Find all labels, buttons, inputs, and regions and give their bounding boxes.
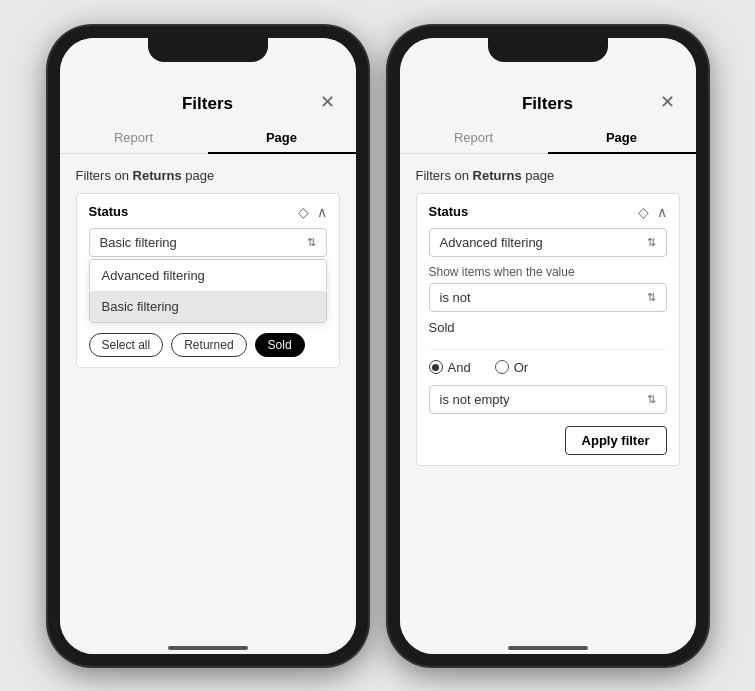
condition2-value: is not empty	[440, 392, 510, 407]
phone-right: Filters ✕ Report Page Filters on Returns…	[388, 26, 708, 666]
phones-container: Filters ✕ Report Page Filters on Returns…	[48, 26, 708, 666]
dropdown-item-advanced[interactable]: Advanced filtering	[90, 260, 326, 291]
select-box-right[interactable]: Advanced filtering ⇅	[429, 228, 667, 257]
radio-or-label: Or	[514, 360, 528, 375]
chip-select-all[interactable]: Select all	[89, 333, 164, 357]
condition1-arrow: ⇅	[647, 291, 656, 304]
filter-card-icons-right: ◇ ∧	[638, 204, 667, 220]
show-items-label: Show items when the value	[429, 265, 667, 279]
chevron-up-icon-right[interactable]: ∧	[657, 204, 667, 220]
filter-description-left: Filters on Returns page	[76, 168, 340, 183]
phone-left-screen: Filters ✕ Report Page Filters on Returns…	[60, 38, 356, 654]
modal-body-left: Filters on Returns page Status ◇ ∧ Basic…	[60, 154, 356, 654]
tabs-right: Report Page	[400, 122, 696, 154]
select-value-right: Advanced filtering	[440, 235, 543, 250]
divider-right	[429, 349, 667, 350]
eraser-icon-right[interactable]: ◇	[638, 204, 649, 220]
filter-card-title-right: Status	[429, 204, 469, 219]
chevron-up-icon-left[interactable]: ∧	[317, 204, 327, 220]
filter-card-icons-left: ◇ ∧	[298, 204, 327, 220]
radio-and[interactable]: And	[429, 360, 471, 375]
filter-card-left: Status ◇ ∧ Basic filtering ⇅ Advanced fi…	[76, 193, 340, 368]
chip-sold[interactable]: Sold	[255, 333, 305, 357]
condition1-value: is not	[440, 290, 471, 305]
modal-header-left: Filters ✕	[60, 82, 356, 122]
modal-header-right: Filters ✕	[400, 82, 696, 122]
phone-left: Filters ✕ Report Page Filters on Returns…	[48, 26, 368, 666]
chip-group-left: Select all Returned Sold	[89, 333, 327, 357]
filter-card-right: Status ◇ ∧ Advanced filtering ⇅ Show ite…	[416, 193, 680, 466]
phone-right-screen: Filters ✕ Report Page Filters on Returns…	[400, 38, 696, 654]
filter-card-header-left: Status ◇ ∧	[89, 204, 327, 220]
status-bar-right	[400, 38, 696, 82]
select-value-left: Basic filtering	[100, 235, 177, 250]
condition2-select[interactable]: is not empty ⇅	[429, 385, 667, 414]
dropdown-menu-left: Advanced filtering Basic filtering	[89, 259, 327, 323]
tabs-left: Report Page	[60, 122, 356, 154]
filter-description-right: Filters on Returns page	[416, 168, 680, 183]
eraser-icon-left[interactable]: ◇	[298, 204, 309, 220]
filter-card-title-left: Status	[89, 204, 129, 219]
radio-group-right: And Or	[429, 360, 667, 375]
tab-page-right[interactable]: Page	[548, 122, 696, 153]
radio-or-circle	[495, 360, 509, 374]
tab-report-left[interactable]: Report	[60, 122, 208, 153]
select-arrow-right: ⇅	[647, 236, 656, 249]
modal-title-right: Filters	[522, 94, 573, 114]
modal-title-left: Filters	[182, 94, 233, 114]
filter-value-text: Sold	[429, 316, 667, 339]
tab-page-left[interactable]: Page	[208, 122, 356, 153]
radio-or[interactable]: Or	[495, 360, 528, 375]
radio-and-label: And	[448, 360, 471, 375]
apply-filter-button[interactable]: Apply filter	[565, 426, 667, 455]
chip-returned[interactable]: Returned	[171, 333, 246, 357]
close-button-left[interactable]: ✕	[316, 90, 340, 114]
condition1-select[interactable]: is not ⇅	[429, 283, 667, 312]
select-arrow-left: ⇅	[307, 236, 316, 249]
status-bar-left	[60, 38, 356, 82]
radio-and-circle	[429, 360, 443, 374]
dropdown-item-basic[interactable]: Basic filtering	[90, 291, 326, 322]
select-box-left[interactable]: Basic filtering ⇅	[89, 228, 327, 257]
modal-body-right: Filters on Returns page Status ◇ ∧ Advan…	[400, 154, 696, 654]
tab-report-right[interactable]: Report	[400, 122, 548, 153]
condition2-arrow: ⇅	[647, 393, 656, 406]
filter-card-header-right: Status ◇ ∧	[429, 204, 667, 220]
close-button-right[interactable]: ✕	[656, 90, 680, 114]
